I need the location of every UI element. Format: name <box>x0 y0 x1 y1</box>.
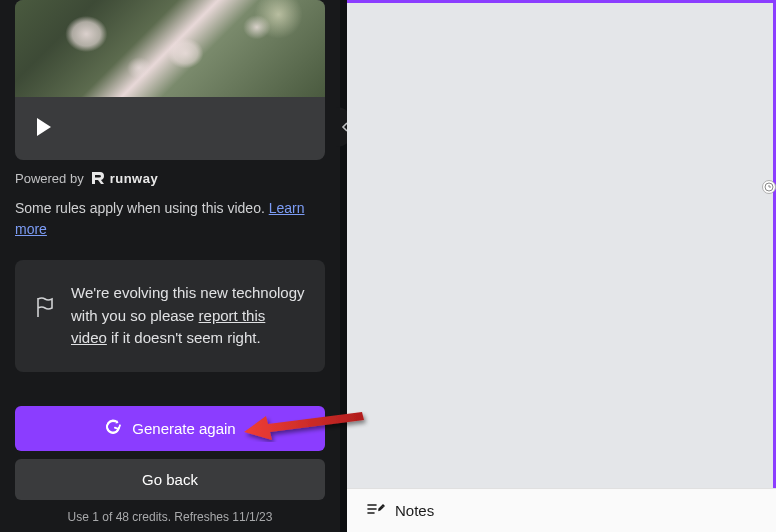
button-stack: Generate again Go back Use 1 of 48 credi… <box>0 406 340 532</box>
video-preview[interactable] <box>15 0 325 160</box>
refresh-icon <box>104 418 122 439</box>
rules-prefix: Some rules apply when using this video. <box>15 200 269 216</box>
panel-divider <box>340 0 347 532</box>
info-suffix: if it doesn't seem right. <box>107 329 261 346</box>
sidebar: Powered by runway Some rules apply when … <box>0 0 340 532</box>
go-back-label: Go back <box>142 471 198 488</box>
notes-label: Notes <box>395 502 434 519</box>
go-back-button[interactable]: Go back <box>15 459 325 500</box>
runway-brand-text: runway <box>110 171 159 186</box>
canvas-viewport[interactable] <box>347 0 776 488</box>
clock-icon <box>762 180 776 194</box>
video-thumbnail <box>15 0 325 97</box>
info-text: We're evolving this new technology with … <box>71 282 305 350</box>
notes-icon <box>365 500 385 522</box>
flag-icon <box>35 282 55 322</box>
generate-again-button[interactable]: Generate again <box>15 406 325 451</box>
credits-text: Use 1 of 48 credits. Refreshes 11/1/23 <box>15 508 325 528</box>
runway-logo: runway <box>90 170 159 186</box>
info-box: We're evolving this new technology with … <box>15 260 325 372</box>
rules-text: Some rules apply when using this video. … <box>0 192 340 254</box>
video-controls <box>15 97 325 160</box>
powered-by-label: Powered by <box>15 171 84 186</box>
play-icon[interactable] <box>35 117 53 141</box>
canvas-area: Notes <box>347 0 776 532</box>
notes-bar[interactable]: Notes <box>347 488 776 532</box>
info-prefix: We're evolving this new technology with … <box>71 284 305 324</box>
generate-again-label: Generate again <box>132 420 235 437</box>
powered-by-row: Powered by runway <box>0 160 340 192</box>
